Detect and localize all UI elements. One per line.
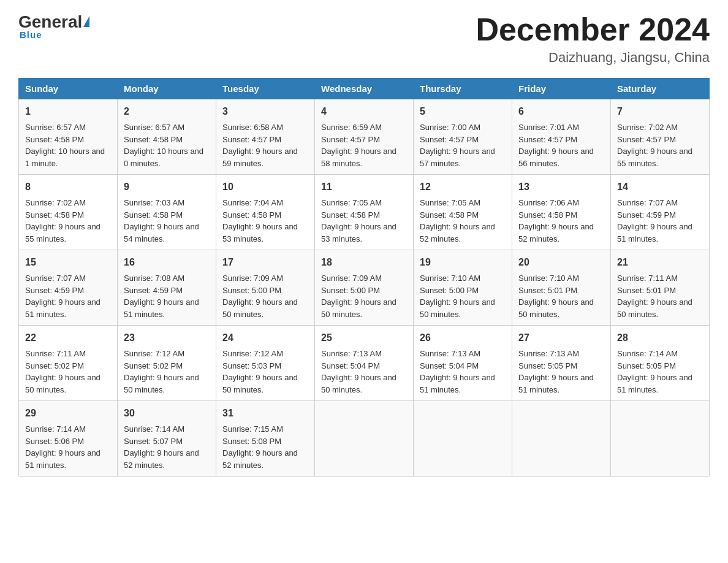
day-number: 21	[617, 255, 703, 270]
header-row: Sunday Monday Tuesday Wednesday Thursday…	[19, 79, 710, 99]
day-number: 15	[25, 255, 111, 270]
day-number: 16	[124, 255, 210, 270]
table-row: 19Sunrise: 7:10 AMSunset: 5:00 PMDayligh…	[414, 250, 512, 326]
day-info: Sunrise: 7:13 AMSunset: 5:05 PMDaylight:…	[518, 348, 604, 396]
calendar-week-row: 29Sunrise: 7:14 AMSunset: 5:06 PMDayligh…	[19, 401, 710, 477]
day-number: 14	[617, 180, 703, 194]
day-info: Sunrise: 7:14 AMSunset: 5:05 PMDaylight:…	[617, 348, 703, 396]
col-thursday: Thursday	[414, 79, 512, 99]
day-number: 29	[25, 406, 111, 421]
table-row: 24Sunrise: 7:12 AMSunset: 5:03 PMDayligh…	[216, 326, 315, 401]
table-row: 25Sunrise: 7:13 AMSunset: 5:04 PMDayligh…	[315, 326, 414, 401]
col-saturday: Saturday	[611, 79, 710, 99]
day-info: Sunrise: 6:58 AMSunset: 4:57 PMDaylight:…	[222, 121, 308, 169]
table-row: 21Sunrise: 7:11 AMSunset: 5:01 PMDayligh…	[611, 250, 710, 326]
day-number: 31	[222, 406, 308, 421]
logo-blue-text: Blue	[20, 29, 42, 40]
day-info: Sunrise: 7:08 AMSunset: 4:59 PMDaylight:…	[124, 272, 210, 320]
day-number: 25	[321, 331, 407, 345]
day-info: Sunrise: 7:12 AMSunset: 5:03 PMDaylight:…	[222, 348, 308, 396]
day-number: 12	[420, 180, 506, 194]
day-info: Sunrise: 7:13 AMSunset: 5:04 PMDaylight:…	[420, 348, 506, 396]
day-info: Sunrise: 7:10 AMSunset: 5:01 PMDaylight:…	[518, 272, 604, 320]
day-number: 6	[518, 104, 604, 119]
day-info: Sunrise: 7:11 AMSunset: 5:01 PMDaylight:…	[617, 272, 703, 320]
day-info: Sunrise: 7:12 AMSunset: 5:02 PMDaylight:…	[124, 348, 210, 396]
col-friday: Friday	[512, 79, 611, 99]
day-info: Sunrise: 6:59 AMSunset: 4:57 PMDaylight:…	[321, 121, 407, 169]
day-info: Sunrise: 7:05 AMSunset: 4:58 PMDaylight:…	[420, 197, 506, 245]
day-info: Sunrise: 7:06 AMSunset: 4:58 PMDaylight:…	[518, 197, 604, 245]
day-info: Sunrise: 7:11 AMSunset: 5:02 PMDaylight:…	[25, 348, 111, 396]
day-info: Sunrise: 7:13 AMSunset: 5:04 PMDaylight:…	[321, 348, 407, 396]
table-row: 30Sunrise: 7:14 AMSunset: 5:07 PMDayligh…	[118, 401, 216, 477]
day-number: 19	[420, 255, 506, 270]
day-number: 30	[124, 406, 210, 421]
day-info: Sunrise: 7:10 AMSunset: 5:00 PMDaylight:…	[420, 272, 506, 320]
day-number: 13	[518, 180, 604, 194]
table-row: 17Sunrise: 7:09 AMSunset: 5:00 PMDayligh…	[216, 250, 315, 326]
table-row	[414, 401, 512, 477]
day-number: 7	[617, 104, 703, 119]
table-row: 28Sunrise: 7:14 AMSunset: 5:05 PMDayligh…	[611, 326, 710, 401]
table-row: 16Sunrise: 7:08 AMSunset: 4:59 PMDayligh…	[118, 250, 216, 326]
table-row	[512, 401, 611, 477]
table-row: 27Sunrise: 7:13 AMSunset: 5:05 PMDayligh…	[512, 326, 611, 401]
table-row: 2Sunrise: 6:57 AMSunset: 4:58 PMDaylight…	[118, 99, 216, 175]
col-tuesday: Tuesday	[216, 79, 315, 99]
day-info: Sunrise: 7:09 AMSunset: 5:00 PMDaylight:…	[321, 272, 407, 320]
col-sunday: Sunday	[19, 79, 118, 99]
location-title: Daizhuang, Jiangsu, China	[476, 50, 710, 66]
day-info: Sunrise: 7:02 AMSunset: 4:58 PMDaylight:…	[25, 197, 111, 245]
day-number: 1	[25, 104, 111, 119]
day-number: 22	[25, 331, 111, 345]
title-area: December 2024 Daizhuang, Jiangsu, China	[476, 12, 710, 66]
day-info: Sunrise: 7:14 AMSunset: 5:07 PMDaylight:…	[124, 423, 210, 471]
table-row: 22Sunrise: 7:11 AMSunset: 5:02 PMDayligh…	[19, 326, 118, 401]
calendar-week-row: 15Sunrise: 7:07 AMSunset: 4:59 PMDayligh…	[19, 250, 710, 326]
table-row: 8Sunrise: 7:02 AMSunset: 4:58 PMDaylight…	[19, 175, 118, 250]
day-number: 3	[222, 104, 308, 119]
day-number: 20	[518, 255, 604, 270]
table-row: 11Sunrise: 7:05 AMSunset: 4:58 PMDayligh…	[315, 175, 414, 250]
day-number: 4	[321, 104, 407, 119]
day-info: Sunrise: 7:05 AMSunset: 4:58 PMDaylight:…	[321, 197, 407, 245]
day-number: 23	[124, 331, 210, 345]
day-info: Sunrise: 7:04 AMSunset: 4:58 PMDaylight:…	[222, 197, 308, 245]
logo-triangle-icon	[83, 16, 89, 27]
day-number: 18	[321, 255, 407, 270]
day-info: Sunrise: 7:03 AMSunset: 4:58 PMDaylight:…	[124, 197, 210, 245]
table-row: 12Sunrise: 7:05 AMSunset: 4:58 PMDayligh…	[414, 175, 512, 250]
table-row: 23Sunrise: 7:12 AMSunset: 5:02 PMDayligh…	[118, 326, 216, 401]
table-row: 13Sunrise: 7:06 AMSunset: 4:58 PMDayligh…	[512, 175, 611, 250]
day-number: 11	[321, 180, 407, 194]
table-row: 9Sunrise: 7:03 AMSunset: 4:58 PMDaylight…	[118, 175, 216, 250]
day-number: 27	[518, 331, 604, 345]
table-row: 6Sunrise: 7:01 AMSunset: 4:57 PMDaylight…	[512, 99, 611, 175]
day-info: Sunrise: 7:07 AMSunset: 4:59 PMDaylight:…	[617, 197, 703, 245]
table-row: 31Sunrise: 7:15 AMSunset: 5:08 PMDayligh…	[216, 401, 315, 477]
day-info: Sunrise: 6:57 AMSunset: 4:58 PMDaylight:…	[25, 121, 111, 169]
calendar-table: Sunday Monday Tuesday Wednesday Thursday…	[18, 78, 710, 477]
day-number: 9	[124, 180, 210, 194]
calendar-week-row: 1Sunrise: 6:57 AMSunset: 4:58 PMDaylight…	[19, 99, 710, 175]
day-number: 8	[25, 180, 111, 194]
day-number: 28	[617, 331, 703, 345]
day-info: Sunrise: 7:07 AMSunset: 4:59 PMDaylight:…	[25, 272, 111, 320]
table-row: 4Sunrise: 6:59 AMSunset: 4:57 PMDaylight…	[315, 99, 414, 175]
day-number: 5	[420, 104, 506, 119]
day-info: Sunrise: 7:01 AMSunset: 4:57 PMDaylight:…	[518, 121, 604, 169]
month-title: December 2024	[476, 12, 710, 47]
col-monday: Monday	[118, 79, 216, 99]
day-info: Sunrise: 7:00 AMSunset: 4:57 PMDaylight:…	[420, 121, 506, 169]
table-row: 1Sunrise: 6:57 AMSunset: 4:58 PMDaylight…	[19, 99, 118, 175]
day-number: 10	[222, 180, 308, 194]
day-info: Sunrise: 6:57 AMSunset: 4:58 PMDaylight:…	[124, 121, 210, 169]
table-row: 26Sunrise: 7:13 AMSunset: 5:04 PMDayligh…	[414, 326, 512, 401]
table-row: 29Sunrise: 7:14 AMSunset: 5:06 PMDayligh…	[19, 401, 118, 477]
table-row: 7Sunrise: 7:02 AMSunset: 4:57 PMDaylight…	[611, 99, 710, 175]
day-number: 26	[420, 331, 506, 345]
table-row: 18Sunrise: 7:09 AMSunset: 5:00 PMDayligh…	[315, 250, 414, 326]
table-row: 5Sunrise: 7:00 AMSunset: 4:57 PMDaylight…	[414, 99, 512, 175]
calendar-week-row: 8Sunrise: 7:02 AMSunset: 4:58 PMDaylight…	[19, 175, 710, 250]
